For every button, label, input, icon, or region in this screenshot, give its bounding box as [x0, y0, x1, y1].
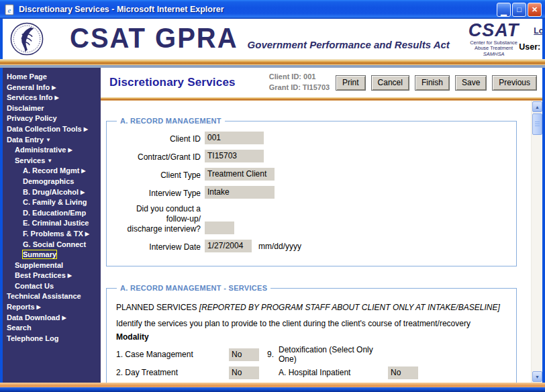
toolbar: PrintCancelFinishSavePrevious: [336, 75, 537, 91]
record-management-legend: A. RECORD MANAGEMENT: [117, 117, 225, 125]
record-management-fields: Client ID001Contract/Grant IDTI15703Clie…: [113, 132, 511, 252]
sidebar-item-label: F. Problems & TX: [23, 230, 83, 238]
sidebar-item-f-problems-tx[interactable]: F. Problems & TX▶: [7, 229, 99, 240]
csat-logo: CSAT Center for Substance Abuse Treatmen…: [468, 21, 519, 57]
sidebar-item-telephone-log[interactable]: Telephone Log: [7, 334, 99, 344]
scroll-up-icon[interactable]: ▲: [532, 101, 542, 112]
sidebar-item-label: Search: [7, 324, 32, 332]
a-hospital-inpatient-field[interactable]: No: [388, 366, 418, 379]
sidebar-item-data-entry[interactable]: Data Entry▼: [7, 135, 99, 146]
sidebar-item-e-criminal-justice[interactable]: E. Criminal Justice: [7, 218, 99, 229]
sidebar-item-label: Telephone Log: [7, 334, 58, 342]
contract-grant-id-field[interactable]: TI15703: [205, 150, 264, 162]
chevron-right-icon: ▶: [52, 85, 56, 91]
sidebar-item-disclaimer[interactable]: Disclaimer: [7, 103, 99, 114]
sidebar-item-search[interactable]: Search: [7, 323, 99, 334]
page-title: Discretionary Services: [109, 76, 236, 89]
minimize-button[interactable]: ▁: [497, 3, 511, 17]
sidebar-item-g-social-connect[interactable]: G. Social Connect: [7, 240, 99, 250]
sidebar-item-best-practices[interactable]: Best Practices▶: [7, 271, 99, 281]
chevron-right-icon: ▶: [84, 126, 88, 132]
chevron-down-icon: ▼: [47, 158, 52, 164]
sidebar-item-summary[interactable]: Summary: [7, 250, 99, 260]
csat-logo-line1: Center for Substance: [468, 40, 519, 46]
field-row-interview-date: Interview Date1/27/2004mm/dd/yyyy: [113, 240, 511, 252]
sidebar-nav: Home PageGeneral Info▶Services Info▶Disc…: [3, 68, 101, 383]
sidebar-item-contact-us[interactable]: Contact Us: [7, 281, 99, 292]
sidebar-item-privacy-policy[interactable]: Privacy Policy: [7, 113, 99, 124]
chevron-right-icon: ▶: [85, 231, 89, 237]
field-label: Interview Type: [113, 189, 201, 199]
maximize-button[interactable]: □: [512, 3, 526, 17]
services-grid: 1. Case ManagementNo9.Detoxification (Se…: [113, 348, 511, 383]
table-row: 2. Day TreatmentNoA. Hospital InpatientN…: [116, 366, 511, 379]
2-day-treatment-field[interactable]: No: [229, 366, 259, 379]
chevron-right-icon: ▶: [37, 304, 41, 310]
sidebar-item-label: Data Collection Tools: [7, 125, 82, 133]
sidebar-item-home-page[interactable]: Home Page: [7, 72, 99, 83]
cancel-button[interactable]: Cancel: [371, 75, 409, 91]
sidebar-item-supplemental[interactable]: Supplemental: [7, 260, 99, 271]
sidebar-item-services-info[interactable]: Services Info▶: [7, 93, 99, 103]
window-title: Discretionary Services - Microsoft Inter…: [19, 5, 497, 14]
sidebar-item-reports[interactable]: Reports▶: [7, 302, 99, 313]
field-row-client-id: Client ID001: [113, 132, 511, 144]
browser-window: e Discretionary Services - Microsoft Int…: [0, 0, 545, 392]
sidebar-item-label: C. Family & Living: [23, 198, 87, 206]
sidebar-item-label: Technical Assistance: [7, 292, 81, 300]
sidebar-item-b-drug-alcohol[interactable]: B. Drug/Alcohol▶: [7, 187, 99, 198]
field-row-contract-grant-id: Contract/Grant IDTI15703: [113, 150, 511, 162]
sidebar-item-administrative[interactable]: Administrative▶: [7, 145, 99, 156]
services-section: A. RECORD MANAGEMENT - SERVICES PLANNED …: [106, 284, 517, 383]
finish-button[interactable]: Finish: [415, 75, 450, 91]
sidebar-item-label: Demographics: [23, 177, 74, 185]
field-label: Did you conduct a follow-up/ discharge i…: [113, 204, 201, 234]
did-you-conduct-a-follow-up-field[interactable]: [205, 222, 234, 234]
sidebar-item-general-info[interactable]: General Info▶: [7, 83, 99, 93]
sidebar-item-label: Administrative: [15, 146, 66, 154]
client-id-field[interactable]: 001: [205, 132, 264, 144]
sidebar-item-label: Disclaimer: [7, 104, 44, 112]
close-button[interactable]: ✕: [528, 3, 542, 17]
service-label: A. Hospital Inpatient: [279, 368, 388, 377]
field-label: Client ID: [113, 134, 201, 144]
previous-button[interactable]: Previous: [492, 75, 537, 91]
vertical-scrollbar[interactable]: ▲ ▼: [531, 101, 542, 383]
client-grant-ids: Client ID: 001 Grant ID: TI15703: [269, 72, 330, 93]
service-label: 2. Day Treatment: [116, 368, 229, 377]
sidebar-item-label: Services Info: [7, 93, 52, 101]
sidebar-item-c-family-living[interactable]: C. Family & Living: [7, 197, 99, 208]
sidebar-item-a-record-mgmt[interactable]: A. Record Mgmt▶: [7, 166, 99, 177]
save-button[interactable]: Save: [455, 75, 487, 91]
field-label: Contract/Grant ID: [113, 152, 201, 162]
sidebar-item-demographics[interactable]: Demographics: [7, 177, 99, 187]
chevron-right-icon: ▶: [81, 168, 85, 174]
hhs-logo-icon: [9, 21, 44, 56]
title-bar: e Discretionary Services - Microsoft Int…: [0, 0, 545, 19]
sidebar-item-technical-assistance[interactable]: Technical Assistance: [7, 291, 99, 302]
sidebar-item-label: Home Page: [7, 72, 47, 81]
logout-link[interactable]: Logout: [534, 26, 542, 36]
scrollbar-thumb[interactable]: [532, 113, 542, 135]
client-type-field[interactable]: Treatment Client: [205, 168, 275, 181]
interview-type-field[interactable]: Intake: [205, 186, 275, 199]
main-content: Discretionary Services Client ID: 001 Gr…: [101, 68, 542, 383]
sidebar-item-data-download[interactable]: Data Download▶: [7, 313, 99, 324]
field-row-client-type: Client TypeTreatment Client: [113, 168, 511, 181]
scroll-down-icon[interactable]: ▼: [532, 371, 542, 382]
gpra-lockup: CSAT GPRA Government Performance and Res…: [70, 24, 450, 54]
sidebar-item-label: B. Drug/Alcohol: [23, 188, 79, 196]
window-bottom-frame: [0, 387, 545, 392]
sidebar-item-label: Privacy Policy: [7, 114, 57, 122]
print-button[interactable]: Print: [336, 75, 366, 91]
1-case-management-field[interactable]: No: [229, 348, 259, 361]
sidebar-item-d-education-emp[interactable]: D. Education/Emp: [7, 208, 99, 219]
sidebar-item-label: E. Criminal Justice: [23, 219, 89, 227]
service-label: 1. Case Management: [116, 350, 229, 359]
grant-id-label: Grant ID: TI15703: [269, 83, 330, 91]
chevron-right-icon: ▶: [62, 315, 66, 321]
sidebar-item-services[interactable]: Services▼: [7, 156, 99, 166]
sidebar-item-data-collection-tools[interactable]: Data Collection Tools▶: [7, 124, 99, 135]
interview-date-field[interactable]: 1/27/2004: [205, 240, 252, 252]
field-row-did-you-conduct-a-follow-up: Did you conduct a follow-up/ discharge i…: [113, 204, 511, 234]
